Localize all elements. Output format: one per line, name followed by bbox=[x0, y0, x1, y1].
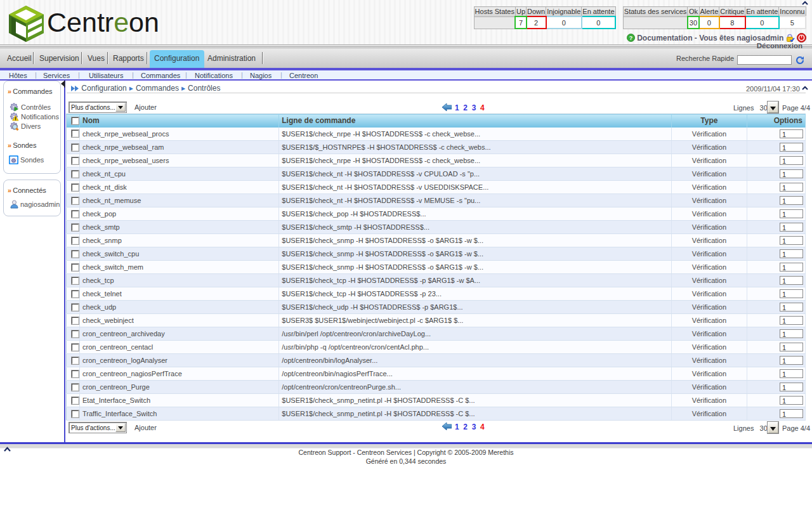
svg-text:?: ? bbox=[629, 35, 633, 41]
